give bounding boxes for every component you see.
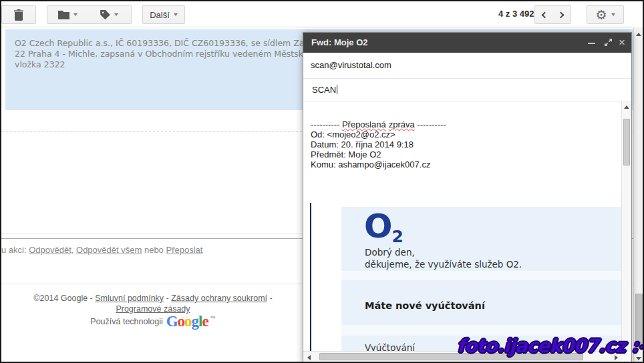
forwarded-from-line: Od: <mojeo2@o2.cz>	[311, 129, 446, 139]
powered-by-text: Používá technologii	[90, 317, 162, 326]
google-footer: ©2014 Google - Smluvní podmínky - Zásady…	[0, 293, 306, 314]
footer-separator-text: -	[164, 294, 171, 303]
google-logo: Google	[166, 314, 208, 329]
dashes: ----------	[311, 119, 342, 129]
powered-by-google: Používá technologii Google ™	[0, 314, 306, 329]
photo-watermark: foto.ijacek007.cz :-)	[457, 335, 644, 357]
google-letter: o	[178, 313, 185, 330]
gear-icon: ⚙	[595, 9, 607, 21]
program-policies-link[interactable]: Programové zásady	[116, 304, 190, 314]
misspelled-word: zpráva	[389, 119, 415, 129]
scroll-up-arrow[interactable]	[636, 33, 641, 36]
chevron-down-icon	[114, 13, 118, 16]
recipient-field[interactable]: scan@virustotal.com	[303, 53, 631, 79]
google-letter: e	[202, 313, 208, 330]
scroll-down-arrow[interactable]	[636, 357, 641, 360]
quick-action-line: u akci: Odpovědět, Odpovědět všem nebo P…	[1, 245, 202, 255]
forwarded-header: ---------- Přeposlanázpráva ---------- O…	[311, 119, 446, 169]
content-stripe	[341, 325, 622, 336]
minimize-icon[interactable]	[588, 43, 595, 44]
quote-border	[310, 203, 311, 351]
newer-conversation-button[interactable]	[534, 5, 553, 24]
compose-vscroll-thumb[interactable]	[623, 119, 630, 165]
delete-button[interactable]	[1, 5, 36, 24]
footer-separator-text: -	[267, 294, 273, 303]
terms-link[interactable]: Smluvní podmínky	[95, 294, 164, 303]
scroll-up-arrow[interactable]	[624, 105, 629, 109]
clipped-text-line: Vyúčtování	[365, 342, 415, 351]
trash-icon	[14, 9, 23, 21]
subject-text: SCAN	[312, 85, 336, 95]
more-button[interactable]: Další	[142, 5, 185, 24]
action-separator: nebo	[142, 245, 166, 255]
o2-email-content: O2 Dobrý den, děkujeme, že využíváte slu…	[341, 207, 622, 351]
chevron-right-icon	[557, 11, 564, 18]
o2-logo: O2	[364, 207, 404, 246]
subject-field[interactable]: SCAN	[303, 79, 631, 101]
chevron-down-icon	[611, 13, 615, 16]
reply-link[interactable]: Odpovědět	[29, 245, 71, 255]
billing-heading: Máte nové vyúčtování	[365, 300, 485, 311]
greeting-line: Dobrý den,	[365, 247, 415, 258]
privacy-link[interactable]: Zásady ochrany soukromí	[171, 294, 267, 303]
compose-titlebar[interactable]: Fwd: Moje O2 ×	[303, 33, 631, 53]
dashes: ----------	[415, 119, 446, 129]
forwarded-to-line: Komu: ashampo@ijacek007.cz	[311, 159, 446, 169]
compose-title: Fwd: Moje O2	[311, 33, 368, 53]
o2-logo-letter: O	[364, 207, 393, 246]
misspelled-word: Přeposlaná	[342, 119, 386, 129]
trademark-symbol: ™	[210, 315, 216, 322]
forwarded-header-line: ---------- Přeposlanázpráva ----------	[311, 119, 446, 129]
reply-all-link[interactable]: Odpovědět všem	[76, 245, 142, 255]
older-conversation-button[interactable]	[552, 5, 571, 24]
google-letter: o	[184, 313, 192, 330]
copyright-text: ©2014 Google -	[33, 294, 95, 303]
move-to-button[interactable]	[47, 5, 88, 24]
settings-button[interactable]: ⚙	[587, 5, 624, 24]
content-stripe	[341, 271, 622, 280]
compose-window: Fwd: Moje O2 × scan@virustotal.com SCAN …	[303, 32, 632, 363]
scroll-left-arrow[interactable]	[307, 355, 311, 360]
pagination-counter: 4 z 3 492	[498, 9, 534, 19]
action-prefix: u akci:	[1, 245, 29, 255]
google-letter: G	[166, 313, 178, 330]
page-scrollbar[interactable]	[633, 27, 644, 363]
o2-logo-subscript: 2	[392, 227, 404, 246]
action-separator: ,	[71, 245, 76, 255]
more-button-label: Další	[150, 10, 170, 20]
compose-vertical-scrollbar[interactable]	[621, 101, 631, 351]
forward-link[interactable]: Přeposlat	[166, 245, 202, 255]
google-letter: g	[192, 313, 199, 330]
toolbar: Další 4 z 3 492 ⚙	[0, 0, 633, 27]
close-icon[interactable]: ×	[619, 35, 625, 50]
chevron-left-icon	[542, 11, 548, 18]
folder-icon	[58, 11, 69, 19]
greeting-line: děkujeme, že využíváte služeb O2.	[365, 259, 522, 270]
message-body-editor[interactable]: ---------- Přeposlanázpráva ---------- O…	[303, 101, 622, 351]
forwarded-date-line: Datum: 20. října 2014 9:18	[311, 139, 446, 149]
forwarded-subject-line: Předmět: Moje O2	[311, 149, 446, 159]
popout-icon[interactable]	[605, 39, 612, 46]
label-icon	[100, 10, 110, 20]
chevron-down-icon	[174, 13, 178, 16]
labels-button[interactable]	[88, 5, 132, 24]
text-cursor	[337, 85, 337, 94]
chevron-down-icon	[73, 13, 77, 16]
